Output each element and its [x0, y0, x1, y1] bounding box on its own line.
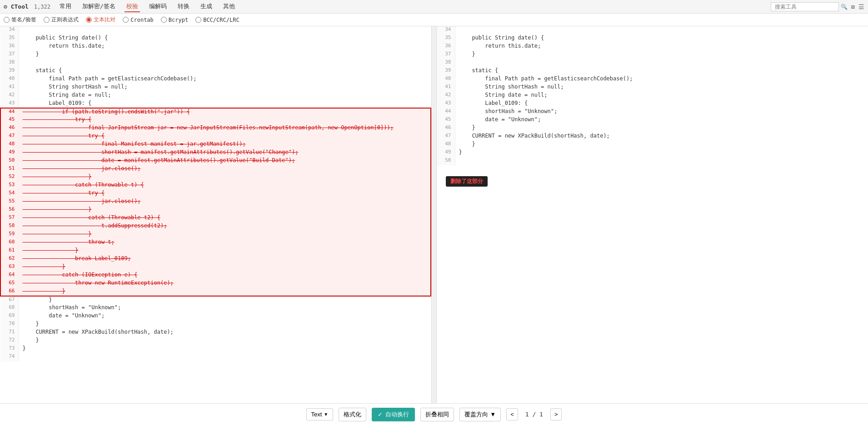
- fold-button[interactable]: 折叠相同: [420, 408, 454, 421]
- table-row: 64 catch (IOException e) {: [0, 272, 431, 280]
- table-row: 72 }: [0, 337, 431, 345]
- table-row: 53 catch (Throwable t) {: [0, 182, 431, 190]
- check-icon: ✓: [378, 411, 383, 418]
- code-content: String shortHash = null;: [19, 84, 431, 92]
- table-row: 37 }: [437, 51, 868, 59]
- line-number: 56: [0, 206, 19, 214]
- code-content: static {: [19, 67, 431, 75]
- layout-icon[interactable]: ⊞: [851, 3, 855, 10]
- line-number: 43: [0, 100, 19, 108]
- code-content: }: [455, 149, 868, 157]
- radio-bcrypt[interactable]: Bcrypt: [161, 17, 188, 23]
- code-content: }: [19, 337, 431, 345]
- code-content: }: [19, 231, 431, 239]
- table-row: 47 try {: [0, 133, 431, 141]
- radio-text-compare[interactable]: 文本比对: [86, 16, 115, 24]
- search-area: 🔍 ⊞ ☰: [771, 2, 864, 11]
- code-content: [19, 353, 431, 361]
- text-button[interactable]: Text ▼: [306, 408, 334, 420]
- layout-icon2[interactable]: ☰: [858, 3, 864, 10]
- table-row: 47 CURRENT = new XPackBuild(shortHash, d…: [437, 133, 868, 141]
- prev-button[interactable]: <: [506, 408, 518, 420]
- line-number: 42: [0, 92, 19, 100]
- menu-item-generate[interactable]: 生成: [199, 1, 214, 12]
- menu-item-crypto[interactable]: 加解密/签名: [80, 1, 117, 12]
- table-row: 50 date = manifest.getMainAttributes().g…: [0, 157, 431, 165]
- radio-bcc-crc-lrc[interactable]: BCC/CRC/LRC: [195, 17, 239, 23]
- chevron-down-icon2: ▼: [490, 411, 496, 418]
- table-row: 60 throw t;: [0, 239, 431, 247]
- line-number: 64: [0, 272, 19, 280]
- line-number: 73: [0, 345, 19, 353]
- line-number: 53: [0, 182, 19, 190]
- table-row: 37 }: [0, 51, 431, 59]
- table-row: 70 }: [0, 321, 431, 329]
- menu-item-convert[interactable]: 转换: [176, 1, 191, 12]
- line-number: 70: [0, 321, 19, 329]
- auto-run-button[interactable]: ✓ 自动换行: [372, 408, 415, 421]
- line-number: 34: [0, 26, 19, 35]
- app-version: 1,322: [34, 4, 50, 10]
- line-number: 38: [0, 59, 19, 67]
- menu-item-encode[interactable]: 编解码: [147, 1, 169, 12]
- main-content: 3435 public String date() {36 return thi…: [0, 26, 868, 403]
- radio-sign-verify[interactable]: 签名/验签: [4, 16, 36, 24]
- line-number: 47: [0, 133, 19, 141]
- menu-item-verify[interactable]: 校验: [125, 1, 140, 12]
- search-input[interactable]: [771, 2, 839, 11]
- bottom-bar: Text ▼ 格式化 ✓ 自动换行 折叠相同 覆盖方向 ▼ < 1 / 1 >: [0, 403, 868, 425]
- table-row: 56 }: [0, 206, 431, 214]
- code-content: throw new RuntimeException(e);: [19, 280, 431, 288]
- code-content: static {: [455, 67, 868, 75]
- table-row: 44 shortHash = "Unknown";: [437, 108, 868, 116]
- code-content: [19, 26, 431, 35]
- table-row: 61 }: [0, 247, 431, 255]
- line-number: 40: [0, 75, 19, 84]
- line-number: 48: [0, 141, 19, 149]
- table-row: 43 Label_0109: {: [0, 100, 431, 108]
- line-number: 67: [0, 296, 19, 304]
- search-icon[interactable]: 🔍: [841, 4, 848, 10]
- auto-run-label: 自动换行: [385, 410, 409, 419]
- table-row: 63 }: [0, 263, 431, 272]
- delete-badge: 删除了这部分: [446, 176, 488, 187]
- line-number: 59: [0, 231, 19, 239]
- panel-divider: [431, 26, 437, 403]
- code-content: return this.date;: [19, 43, 431, 51]
- line-number: 51: [0, 165, 19, 173]
- code-content: catch (IOException e) {: [19, 272, 431, 280]
- line-number: 52: [0, 173, 19, 182]
- line-number: 45: [437, 116, 455, 124]
- radio-regex[interactable]: 正则表达式: [44, 16, 79, 24]
- line-number: 61: [0, 247, 19, 255]
- table-row: 35 public String date() {: [437, 35, 868, 43]
- code-content: [455, 26, 868, 35]
- menu-item-other[interactable]: 其他: [221, 1, 237, 12]
- table-row: 52 }: [0, 173, 431, 182]
- table-row: 49}: [437, 149, 868, 157]
- line-number: 40: [437, 75, 455, 84]
- page-info: 1 / 1: [524, 411, 545, 418]
- table-row: 74: [0, 353, 431, 361]
- table-row: 55 jar.close();: [0, 198, 431, 206]
- table-row: 69 date = "Unknown";: [0, 312, 431, 321]
- code-content: try {: [19, 133, 431, 141]
- line-number: 49: [437, 149, 455, 157]
- code-content: date = manifest.getMainAttributes().getV…: [19, 157, 431, 165]
- code-content: [455, 59, 868, 67]
- radio-crontab[interactable]: Crontab: [123, 17, 154, 23]
- next-button[interactable]: >: [550, 408, 562, 420]
- table-row: 46 final JarInputStream jar = new JarInp…: [0, 124, 431, 133]
- line-number: 68: [0, 304, 19, 312]
- line-number: 46: [437, 124, 455, 133]
- table-row: 42 String date = null;: [437, 92, 868, 100]
- line-number: 34: [437, 26, 455, 35]
- table-row: 48 final Manifest manifest = jar.getMani…: [0, 141, 431, 149]
- direction-button[interactable]: 覆盖方向 ▼: [459, 408, 501, 421]
- code-content: throw t;: [19, 239, 431, 247]
- code-content: }: [19, 173, 431, 182]
- direction-label: 覆盖方向: [464, 410, 488, 419]
- format-button[interactable]: 格式化: [339, 408, 366, 421]
- menu-item-common[interactable]: 常用: [58, 1, 73, 12]
- code-content: date = "Unknown";: [455, 116, 868, 124]
